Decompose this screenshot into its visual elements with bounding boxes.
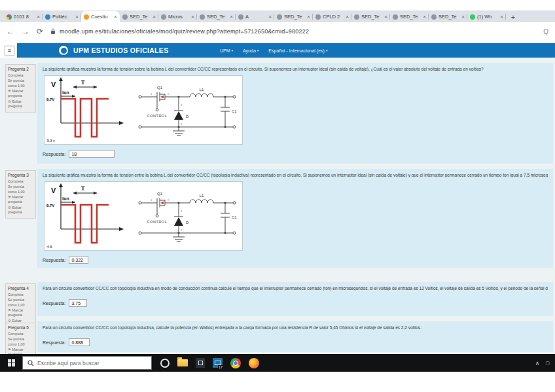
search-icon (27, 360, 34, 366)
edit-question-link[interactable]: ⚙ Editar pregunta (8, 205, 33, 215)
tab-close-icon[interactable]: × (307, 14, 310, 20)
flag-icon: ⚑ (8, 89, 11, 93)
answer-row: Respuesta: (43, 150, 548, 158)
capacitor-label: C1 (232, 109, 237, 113)
tab-close-icon[interactable]: × (500, 14, 503, 20)
browser-tab[interactable]: SED_Te × (274, 11, 313, 22)
question-block-4: Pregunta 4 Completa Se puntúa como 1,00 … (5, 282, 553, 316)
search-input[interactable] (37, 360, 142, 366)
tab-close-icon[interactable]: × (384, 14, 387, 20)
url-text: moodle.upm.es/titulaciones/oficiales/mod… (60, 28, 309, 35)
taskbar-search[interactable] (22, 356, 152, 370)
answer-label: Respuesta: (43, 301, 65, 306)
tray-icon[interactable]: ▢ (545, 361, 550, 366)
start-button[interactable] (0, 354, 22, 372)
circuit-diagram: V T ton 8.7V -4.6 (44, 181, 243, 251)
globe-icon (161, 14, 166, 20)
browser-tab[interactable]: CPLD 2 × (313, 11, 351, 22)
upm-logo[interactable] (59, 46, 68, 55)
gear-icon: ⚙ (8, 99, 11, 103)
question-text: La siguiente gráfica muestra la forma de… (43, 173, 548, 177)
menu-item-ayuda[interactable]: Ayuda ▾ (243, 48, 259, 53)
back-icon[interactable]: ← (7, 27, 14, 35)
browser-tab[interactable]: Politéc × (43, 11, 81, 22)
store-icon[interactable] (196, 358, 205, 368)
flag-question-link[interactable]: ⚑ Marcar pregunta (8, 89, 33, 99)
globe-icon (122, 14, 128, 20)
waveform-period-label: T (81, 79, 85, 86)
question-text: La siguiente gráfica muestra la forma de… (43, 67, 548, 71)
tab-close-icon[interactable]: × (346, 14, 349, 20)
site-title[interactable]: UPM ESTUDIOS OFICIALES (73, 46, 168, 54)
globe-icon (354, 14, 359, 20)
tab-label: Politéc (52, 14, 73, 20)
flag-question-link[interactable]: ⚑ Marcar pregunta (8, 308, 33, 318)
answer-input[interactable] (69, 256, 88, 264)
pin-number: 2 (168, 92, 170, 96)
tab-label: 0101 8 (14, 14, 35, 20)
pin-number: 1 (151, 198, 152, 202)
tab-close-icon[interactable]: × (152, 14, 156, 20)
forward-icon[interactable]: → (22, 27, 29, 35)
tab-close-icon[interactable]: × (230, 14, 233, 20)
answer-input[interactable] (69, 338, 90, 346)
pin-number: 1 (151, 92, 152, 96)
new-tab-button[interactable]: + (507, 12, 519, 22)
browser-tab[interactable]: 0101 8 × (4, 11, 43, 22)
browser-tab[interactable]: SED_Te × (390, 11, 429, 22)
waveform-v-label: V (51, 187, 56, 194)
flag-icon: ⚑ (8, 195, 11, 199)
tray-chevron-up-icon[interactable]: ∧ (535, 360, 540, 366)
browser-tab[interactable]: Micros × (158, 11, 197, 22)
waveform-vlow-label: -9.3 v (46, 139, 55, 143)
browser-tab[interactable]: (1) Wh × (467, 11, 506, 22)
globe-icon (277, 14, 282, 20)
tab-label: SED_Te (207, 14, 228, 20)
chevron-down-icon: ▾ (257, 48, 259, 52)
answer-row: Respuesta: (43, 338, 548, 346)
tab-close-icon[interactable]: × (268, 14, 272, 20)
tab-close-icon[interactable]: × (461, 14, 465, 20)
tab-close-icon[interactable]: × (37, 14, 40, 20)
question-points: Se puntúa como 1,00 (8, 79, 33, 88)
answer-input[interactable] (69, 299, 87, 307)
square-wave (61, 205, 109, 243)
tab-label: SED_Te (130, 14, 151, 20)
browser-tab[interactable]: A × (236, 11, 274, 22)
browser-tab-active[interactable]: Cuestio × (81, 11, 120, 22)
menu-item-language[interactable]: Español - Internacional (es) ▾ (268, 48, 327, 53)
tab-label: SED_Te (284, 14, 305, 20)
hamburger-menu-icon[interactable]: ≡ (5, 46, 14, 56)
tab-close-icon[interactable]: × (423, 14, 426, 20)
tab-close-icon[interactable]: × (191, 14, 194, 20)
browser-tab[interactable]: SED_Te × (197, 11, 236, 22)
answer-input[interactable] (69, 150, 115, 158)
chrome-icon[interactable] (230, 358, 241, 368)
tab-close-icon[interactable]: × (75, 14, 79, 20)
question-number: Pregunta 2 (8, 67, 33, 73)
header-menu: UPM ▾ Ayuda ▾ Español - Internacional (e… (220, 48, 327, 53)
tab-close-icon[interactable]: × (114, 14, 117, 20)
menu-item-upm[interactable]: UPM ▾ (220, 48, 233, 53)
profile-avatar[interactable]: Q (543, 28, 548, 35)
cortana-icon[interactable] (160, 359, 170, 368)
edit-question-link[interactable]: ⚙ Editar pregunta (8, 99, 33, 109)
answer-row: Respuesta: (43, 299, 548, 307)
screen: 0101 8 × Politéc × Cuestio × SED_Te × Mi… (0, 0, 555, 392)
omnibox[interactable]: moodle.upm.es/titulaciones/oficiales/mod… (50, 28, 536, 35)
question-panel: La siguiente gráfica muestra la forma de… (37, 169, 553, 268)
browser-tab[interactable]: SED_Te × (120, 11, 158, 22)
question-points: Se puntúa como 1,00 (8, 185, 33, 194)
file-explorer-icon[interactable] (177, 359, 188, 366)
browser-tab[interactable]: SED_Te × (429, 11, 467, 22)
google-icon (7, 14, 12, 20)
browser-tab[interactable]: SED_Te × (351, 11, 390, 22)
reload-icon[interactable]: ⟳ (37, 27, 43, 35)
firefox-icon[interactable] (249, 358, 259, 368)
waveform-ton-label: ton (62, 196, 69, 201)
question-number: Pregunta 3 (8, 173, 33, 179)
mail-icon[interactable]: 17 (213, 358, 223, 368)
capacitor-label: C1 (232, 215, 237, 219)
flag-question-link[interactable]: ⚑ Marcar pregunta (8, 195, 33, 205)
answer-label: Respuesta: (43, 258, 65, 262)
